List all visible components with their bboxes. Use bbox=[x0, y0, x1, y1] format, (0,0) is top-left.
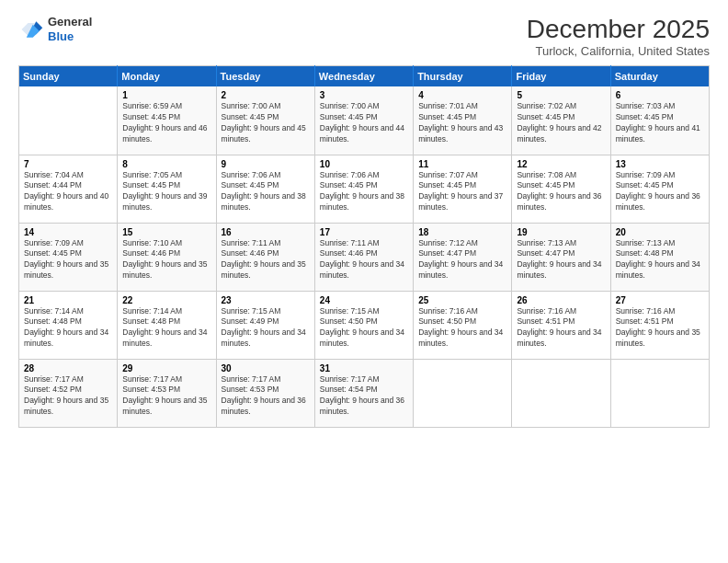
day-cell: 6Sunrise: 7:03 AMSunset: 4:45 PMDaylight… bbox=[610, 86, 709, 155]
day-detail: Sunrise: 7:16 AMSunset: 4:51 PMDaylight:… bbox=[517, 306, 605, 350]
day-cell bbox=[610, 359, 709, 427]
day-detail: Sunrise: 7:06 AMSunset: 4:45 PMDaylight:… bbox=[320, 170, 408, 214]
day-number: 9 bbox=[222, 159, 310, 169]
title-block: December 2025 Turlock, California, Unite… bbox=[527, 15, 710, 58]
weekday-header-sunday: Sunday bbox=[19, 66, 118, 87]
day-detail: Sunrise: 7:07 AMSunset: 4:45 PMDaylight:… bbox=[418, 170, 506, 214]
day-cell: 15Sunrise: 7:10 AMSunset: 4:46 PMDayligh… bbox=[118, 223, 216, 291]
day-number: 13 bbox=[616, 159, 704, 169]
logo-text: General Blue bbox=[48, 15, 92, 43]
weekday-header-wednesday: Wednesday bbox=[314, 66, 413, 87]
day-detail: Sunrise: 7:13 AMSunset: 4:48 PMDaylight:… bbox=[616, 238, 704, 282]
day-number: 4 bbox=[418, 90, 506, 100]
weekday-header-thursday: Thursday bbox=[414, 66, 512, 87]
day-detail: Sunrise: 7:00 AMSunset: 4:45 PMDaylight:… bbox=[222, 101, 310, 145]
day-cell: 14Sunrise: 7:09 AMSunset: 4:45 PMDayligh… bbox=[19, 223, 118, 291]
day-detail: Sunrise: 7:02 AMSunset: 4:45 PMDaylight:… bbox=[517, 101, 605, 145]
day-cell bbox=[512, 359, 610, 427]
day-cell: 5Sunrise: 7:02 AMSunset: 4:45 PMDaylight… bbox=[512, 86, 610, 155]
day-cell: 2Sunrise: 7:00 AMSunset: 4:45 PMDaylight… bbox=[216, 86, 314, 155]
day-cell: 23Sunrise: 7:15 AMSunset: 4:49 PMDayligh… bbox=[216, 291, 314, 359]
day-cell: 29Sunrise: 7:17 AMSunset: 4:53 PMDayligh… bbox=[118, 359, 216, 427]
day-number: 16 bbox=[222, 227, 310, 237]
day-number: 25 bbox=[418, 295, 506, 305]
day-number: 2 bbox=[222, 90, 310, 100]
day-cell bbox=[19, 86, 118, 155]
day-cell: 28Sunrise: 7:17 AMSunset: 4:52 PMDayligh… bbox=[19, 359, 118, 427]
day-cell: 27Sunrise: 7:16 AMSunset: 4:51 PMDayligh… bbox=[610, 291, 709, 359]
day-detail: Sunrise: 7:01 AMSunset: 4:45 PMDaylight:… bbox=[418, 101, 506, 145]
day-detail: Sunrise: 7:03 AMSunset: 4:45 PMDaylight:… bbox=[616, 101, 704, 145]
day-cell: 1Sunrise: 6:59 AMSunset: 4:45 PMDaylight… bbox=[118, 86, 216, 155]
day-number: 15 bbox=[122, 227, 210, 237]
day-detail: Sunrise: 7:09 AMSunset: 4:45 PMDaylight:… bbox=[24, 238, 112, 282]
day-number: 26 bbox=[517, 295, 605, 305]
day-detail: Sunrise: 7:10 AMSunset: 4:46 PMDaylight:… bbox=[122, 238, 210, 282]
week-row-3: 21Sunrise: 7:14 AMSunset: 4:48 PMDayligh… bbox=[19, 291, 710, 359]
day-number: 24 bbox=[320, 295, 408, 305]
day-number: 12 bbox=[517, 159, 605, 169]
day-number: 8 bbox=[122, 159, 210, 169]
calendar-page: General Blue December 2025 Turlock, Cali… bbox=[0, 0, 728, 563]
day-number: 17 bbox=[320, 227, 408, 237]
day-cell: 31Sunrise: 7:17 AMSunset: 4:54 PMDayligh… bbox=[314, 359, 413, 427]
page-header: General Blue December 2025 Turlock, Cali… bbox=[18, 15, 710, 58]
day-detail: Sunrise: 7:08 AMSunset: 4:45 PMDaylight:… bbox=[517, 170, 605, 214]
day-cell: 11Sunrise: 7:07 AMSunset: 4:45 PMDayligh… bbox=[414, 155, 512, 223]
day-cell: 21Sunrise: 7:14 AMSunset: 4:48 PMDayligh… bbox=[19, 291, 118, 359]
location: Turlock, California, United States bbox=[527, 44, 710, 58]
day-detail: Sunrise: 7:17 AMSunset: 4:53 PMDaylight:… bbox=[222, 374, 310, 419]
day-cell: 19Sunrise: 7:13 AMSunset: 4:47 PMDayligh… bbox=[512, 223, 610, 291]
week-row-0: 1Sunrise: 6:59 AMSunset: 4:45 PMDaylight… bbox=[19, 86, 710, 155]
day-detail: Sunrise: 7:15 AMSunset: 4:50 PMDaylight:… bbox=[320, 306, 408, 350]
day-cell: 3Sunrise: 7:00 AMSunset: 4:45 PMDaylight… bbox=[314, 86, 413, 155]
day-detail: Sunrise: 7:09 AMSunset: 4:45 PMDaylight:… bbox=[616, 170, 704, 214]
day-cell: 12Sunrise: 7:08 AMSunset: 4:45 PMDayligh… bbox=[512, 155, 610, 223]
day-number: 3 bbox=[320, 90, 408, 100]
day-number: 28 bbox=[24, 363, 112, 373]
weekday-header-tuesday: Tuesday bbox=[216, 66, 314, 87]
day-cell: 30Sunrise: 7:17 AMSunset: 4:53 PMDayligh… bbox=[216, 359, 314, 427]
day-number: 31 bbox=[320, 363, 408, 373]
day-detail: Sunrise: 7:04 AMSunset: 4:44 PMDaylight:… bbox=[24, 170, 112, 214]
day-cell bbox=[414, 359, 512, 427]
day-cell: 18Sunrise: 7:12 AMSunset: 4:47 PMDayligh… bbox=[414, 223, 512, 291]
day-cell: 17Sunrise: 7:11 AMSunset: 4:46 PMDayligh… bbox=[314, 223, 413, 291]
day-detail: Sunrise: 7:16 AMSunset: 4:51 PMDaylight:… bbox=[616, 306, 704, 350]
day-number: 23 bbox=[222, 295, 310, 305]
day-number: 6 bbox=[616, 90, 704, 100]
day-detail: Sunrise: 6:59 AMSunset: 4:45 PMDaylight:… bbox=[122, 101, 210, 145]
day-number: 21 bbox=[24, 295, 112, 305]
weekday-header-saturday: Saturday bbox=[610, 66, 709, 87]
day-cell: 10Sunrise: 7:06 AMSunset: 4:45 PMDayligh… bbox=[314, 155, 413, 223]
day-cell: 13Sunrise: 7:09 AMSunset: 4:45 PMDayligh… bbox=[610, 155, 709, 223]
day-cell: 4Sunrise: 7:01 AMSunset: 4:45 PMDaylight… bbox=[414, 86, 512, 155]
day-cell: 24Sunrise: 7:15 AMSunset: 4:50 PMDayligh… bbox=[314, 291, 413, 359]
day-cell: 7Sunrise: 7:04 AMSunset: 4:44 PMDaylight… bbox=[19, 155, 118, 223]
day-cell: 8Sunrise: 7:05 AMSunset: 4:45 PMDaylight… bbox=[118, 155, 216, 223]
day-number: 29 bbox=[122, 363, 210, 373]
day-number: 11 bbox=[418, 159, 506, 169]
day-detail: Sunrise: 7:12 AMSunset: 4:47 PMDaylight:… bbox=[418, 238, 506, 282]
day-detail: Sunrise: 7:17 AMSunset: 4:52 PMDaylight:… bbox=[24, 374, 112, 419]
day-detail: Sunrise: 7:06 AMSunset: 4:45 PMDaylight:… bbox=[222, 170, 310, 214]
day-number: 14 bbox=[24, 227, 112, 237]
day-cell: 25Sunrise: 7:16 AMSunset: 4:50 PMDayligh… bbox=[414, 291, 512, 359]
day-detail: Sunrise: 7:11 AMSunset: 4:46 PMDaylight:… bbox=[222, 238, 310, 282]
week-row-4: 28Sunrise: 7:17 AMSunset: 4:52 PMDayligh… bbox=[19, 359, 710, 427]
weekday-header-row: SundayMondayTuesdayWednesdayThursdayFrid… bbox=[19, 66, 710, 87]
day-number: 30 bbox=[222, 363, 310, 373]
logo: General Blue bbox=[18, 15, 92, 43]
day-number: 22 bbox=[122, 295, 210, 305]
week-row-1: 7Sunrise: 7:04 AMSunset: 4:44 PMDaylight… bbox=[19, 155, 710, 223]
calendar-table: SundayMondayTuesdayWednesdayThursdayFrid… bbox=[18, 65, 710, 428]
day-cell: 16Sunrise: 7:11 AMSunset: 4:46 PMDayligh… bbox=[216, 223, 314, 291]
day-number: 18 bbox=[418, 227, 506, 237]
day-detail: Sunrise: 7:17 AMSunset: 4:54 PMDaylight:… bbox=[320, 374, 408, 419]
day-detail: Sunrise: 7:16 AMSunset: 4:50 PMDaylight:… bbox=[418, 306, 506, 350]
weekday-header-monday: Monday bbox=[118, 66, 216, 87]
day-number: 7 bbox=[24, 159, 112, 169]
weekday-header-friday: Friday bbox=[512, 66, 610, 87]
day-detail: Sunrise: 7:11 AMSunset: 4:46 PMDaylight:… bbox=[320, 238, 408, 282]
day-number: 10 bbox=[320, 159, 408, 169]
